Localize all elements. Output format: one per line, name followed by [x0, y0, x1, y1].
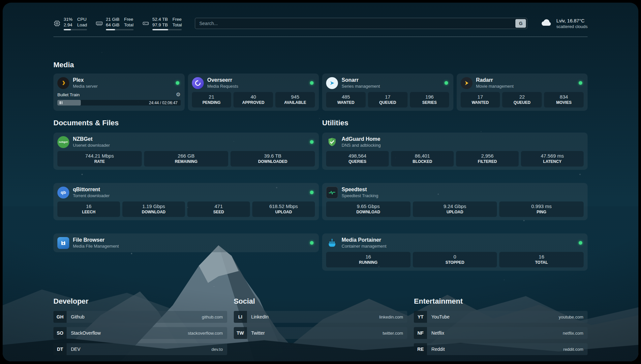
status-dot	[310, 140, 314, 144]
stat-leech: 16 LEECH	[57, 201, 120, 217]
stat-seed: 471 SEED	[187, 201, 250, 217]
bookmark-twitter[interactable]: TW Twitter twitter.com	[234, 327, 408, 339]
bookmark-group-social: Social LI LinkedIn linkedin.com TW Twitt…	[234, 297, 408, 355]
media-cards-row: Plex Media server Bullet Train ⚙ 24:44 /…	[53, 74, 588, 111]
header-divider	[53, 37, 588, 37]
bookmark-abbr: GH	[53, 311, 67, 323]
bookmark-name: Netflix	[427, 330, 563, 336]
stat-filtered: 2,956 FILTERED	[456, 151, 519, 167]
stat-queued: 17 QUEUED	[368, 92, 408, 107]
stat-latency: 47.569 ms LATENCY	[521, 151, 584, 167]
status-dot	[310, 241, 314, 245]
card-subtitle: Media server	[73, 84, 172, 89]
bookmark-name: DEV	[67, 347, 211, 352]
card-sonarr[interactable]: Sonarr Series management 485 WANTED 17 Q…	[322, 74, 453, 111]
playback-progress-bar[interactable]: 24:44 / 02:06:47	[57, 100, 181, 106]
weather-widget: Lviv, 16.87°C scattered clouds	[540, 17, 588, 30]
sonarr-icon	[326, 77, 338, 89]
status-dot	[444, 81, 448, 85]
cpu-label-1: CPU	[77, 16, 87, 22]
bookmark-name: Reddit	[427, 347, 563, 352]
stat-total: 16 TOTAL	[499, 252, 584, 267]
card-title: Overseerr	[207, 77, 307, 83]
stat-remaining: 266 GB REMAINING	[144, 151, 229, 167]
card-title: NZBGet	[73, 136, 306, 142]
bookmark-abbr: DT	[53, 343, 67, 355]
disk-label-2: Total	[172, 22, 182, 28]
weather-condition: scattered clouds	[556, 24, 588, 29]
gear-icon[interactable]: ⚙	[176, 92, 180, 97]
cpu-load: 2.94	[64, 22, 73, 28]
bookmark-domain: reddit.com	[563, 347, 588, 352]
card-qbittorrent[interactable]: qb qBittorrent Torrent downloader 16 LEE…	[53, 183, 319, 220]
card-title: Plex	[73, 77, 172, 83]
now-playing-title: Bullet Train	[57, 92, 176, 97]
bookmark-youtube[interactable]: YT YouTube youtube.com	[414, 311, 588, 323]
top-bar: 31% CPU 2.94 Load 21 GiB	[53, 15, 588, 32]
card-speedtest[interactable]: Speedtest Speedtest Tracking 9.65 Gbps D…	[322, 183, 588, 220]
bookmark-domain: github.com	[202, 315, 227, 319]
resource-widgets: 31% CPU 2.94 Load 21 GiB	[53, 16, 182, 30]
stat-wanted: 485 WANTED	[326, 92, 366, 107]
bookmark-reddit[interactable]: RE Reddit reddit.com	[414, 343, 588, 355]
section-title-documents: Documents & Files	[53, 119, 319, 127]
memory-free: 21 GiB	[106, 16, 119, 22]
documents-column: Documents & Files nzbget NZBGet Usenet d…	[53, 119, 319, 271]
bookmark-domain: dev.to	[211, 347, 227, 352]
card-portainer[interactable]: Media Portainer Container management 16 …	[322, 233, 588, 271]
stat-ping: 0.993 ms PING	[499, 201, 584, 217]
card-title: Speedtest	[342, 186, 584, 193]
search-provider-button[interactable]: G	[515, 19, 526, 28]
stat-running: 16 RUNNING	[326, 252, 411, 267]
stat-upload: 618.52 Mbps UPLOAD	[252, 201, 315, 217]
pause-icon[interactable]	[60, 101, 61, 104]
stat-approved: 40 APPROVED	[233, 92, 273, 107]
bookmark-group-entertainment: Entertainment YT YouTube youtube.com NF …	[414, 297, 588, 355]
plex-icon	[57, 77, 69, 89]
card-adguard[interactable]: AdGuard Home DNS and adblocking 498,564 …	[322, 133, 588, 170]
card-filebrowser[interactable]: File Browser Media File Management	[53, 233, 319, 252]
card-nzbget[interactable]: nzbget NZBGet Usenet downloader 744.21 M…	[53, 133, 319, 170]
bookmark-netflix[interactable]: NF Netflix netflix.com	[414, 327, 588, 339]
stat-blocked: 86,401 BLOCKED	[391, 151, 454, 167]
card-plex[interactable]: Plex Media server Bullet Train ⚙ 24:44 /…	[53, 74, 185, 111]
overseerr-icon	[192, 77, 204, 89]
weather-location: Lviv, 16.87°C	[556, 18, 588, 23]
card-title: Radarr	[476, 77, 575, 83]
bookmark-stackoverflow[interactable]: SO StackOverflow stackoverflow.com	[53, 327, 227, 339]
bookmark-abbr: YT	[414, 311, 427, 323]
card-subtitle: DNS and adblocking	[342, 143, 584, 148]
search-input[interactable]	[195, 18, 527, 29]
card-subtitle: Torrent downloader	[73, 193, 306, 198]
stat-pending: 21 PENDING	[192, 92, 231, 107]
playback-time: 24:44 / 02:06:47	[149, 101, 178, 105]
status-dot	[310, 191, 314, 194]
card-subtitle: Usenet downloader	[73, 143, 306, 148]
stat-available: 945 AVAILABLE	[275, 92, 315, 107]
memory-total: 64 GiB	[106, 22, 119, 28]
disk-icon	[142, 20, 149, 27]
card-subtitle: Speedtest Tracking	[342, 193, 584, 198]
card-title: AdGuard Home	[342, 136, 584, 142]
stat-queued: 22 QUEUED	[502, 92, 542, 107]
card-overseerr[interactable]: Overseerr Media Requests 21 PENDING 40 A…	[188, 74, 319, 111]
section-title-utilities: Utilities	[322, 119, 588, 127]
status-dot	[310, 81, 314, 85]
memory-widget: 21 GiB Free 64 GiB Total	[96, 16, 134, 30]
stat-queries: 498,564 QUERIES	[326, 151, 389, 167]
qbittorrent-icon: qb	[57, 187, 69, 198]
card-radarr[interactable]: Radarr Movie management 17 WANTED 22 QUE…	[457, 74, 588, 111]
utilities-column: Utilities AdGuard Home DNS and adblockin…	[322, 119, 588, 271]
stat-wanted: 17 WANTED	[461, 92, 500, 107]
bookmark-linkedin[interactable]: LI LinkedIn linkedin.com	[234, 311, 408, 323]
bookmark-dev[interactable]: DT DEV dev.to	[53, 343, 227, 355]
stat-upload: 9.24 Gbps UPLOAD	[413, 201, 497, 217]
bookmark-github[interactable]: GH Github github.com	[53, 311, 227, 323]
disk-label-1: Free	[172, 16, 182, 22]
bookmark-abbr: SO	[53, 327, 67, 339]
bookmark-name: Twitter	[247, 330, 383, 336]
bookmark-abbr: TW	[234, 327, 247, 339]
card-subtitle: Media File Management	[73, 244, 306, 249]
cpu-label-2: Load	[77, 22, 87, 28]
section-title-developer: Developer	[53, 297, 227, 306]
